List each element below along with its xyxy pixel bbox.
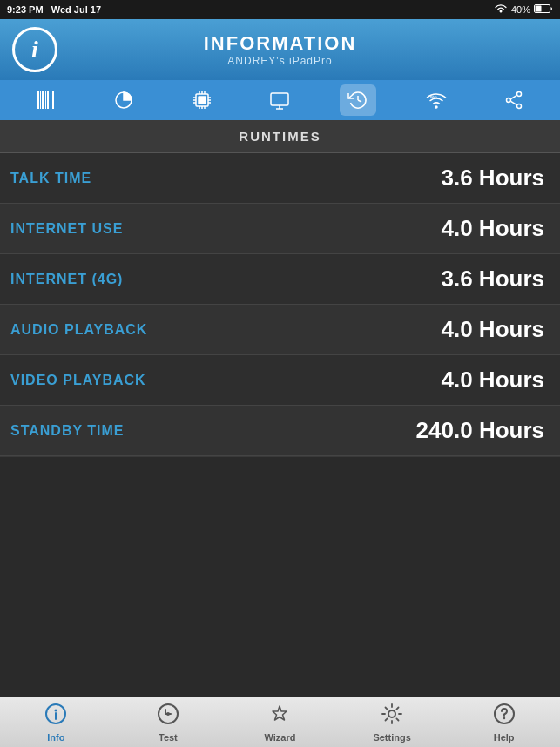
svg-rect-5	[45, 91, 46, 109]
runtime-value-5: 240.0 Hours	[340, 417, 560, 444]
svg-rect-7	[51, 91, 51, 109]
nav-test-label: Test	[159, 732, 178, 743]
battery-icon	[534, 3, 553, 16]
status-indicators: 40%	[494, 3, 553, 17]
runtime-value-0: 3.6 Hours	[340, 165, 560, 192]
svg-rect-4	[42, 91, 44, 109]
nav-wizard[interactable]: Wizard	[240, 703, 319, 743]
toolbar-barcode[interactable]	[28, 84, 64, 116]
svg-rect-3	[40, 91, 41, 109]
runtime-row-4: VIDEO PLAYBACK 4.0 Hours	[0, 355, 560, 406]
runtime-label-0: TALK TIME	[0, 171, 340, 186]
empty-content-area	[0, 456, 560, 648]
header-title: INFORMATION	[204, 32, 357, 55]
svg-point-40	[166, 712, 170, 716]
toolbar-cpu[interactable]	[184, 84, 220, 116]
battery-percentage: 40%	[511, 4, 530, 15]
info-nav-icon	[44, 703, 67, 730]
svg-rect-6	[47, 91, 49, 109]
svg-rect-24	[271, 93, 288, 105]
toolbar-share[interactable]	[496, 84, 532, 116]
svg-point-41	[388, 710, 395, 717]
svg-rect-2	[37, 91, 39, 109]
runtime-value-1: 4.0 Hours	[340, 215, 560, 242]
svg-rect-8	[52, 91, 54, 109]
nav-settings-label: Settings	[373, 732, 410, 743]
info-circle-icon: i	[12, 27, 57, 72]
svg-point-31	[517, 92, 522, 97]
test-nav-icon	[157, 703, 179, 730]
toolbar-chart[interactable]	[105, 84, 142, 116]
header-center: INFORMATION ANDREY's iPadPro	[204, 32, 357, 67]
runtime-value-3: 4.0 Hours	[340, 316, 560, 343]
runtime-value-4: 4.0 Hours	[340, 367, 560, 394]
svg-point-33	[517, 104, 522, 109]
nav-info-label: Info	[47, 732, 64, 743]
section-title: RUNTIMES	[239, 129, 320, 144]
nav-help[interactable]: Help	[465, 703, 543, 743]
section-header: RUNTIMES	[0, 120, 560, 153]
nav-test[interactable]: Test	[129, 703, 207, 743]
svg-line-35	[511, 101, 517, 104]
wizard-nav-icon	[268, 703, 291, 730]
bottom-navigation: Info Test Wizard Settings	[0, 697, 560, 747]
svg-point-29	[435, 106, 437, 108]
toolbar-wifi[interactable]: WiFi	[418, 84, 455, 116]
wifi-status-icon	[494, 3, 508, 17]
nav-wizard-label: Wizard	[265, 732, 296, 743]
app-header: i INFORMATION ANDREY's iPadPro	[0, 19, 560, 80]
toolbar-history[interactable]	[340, 84, 376, 116]
header-subtitle: ANDREY's iPadPro	[204, 55, 357, 67]
runtime-row-3: AUDIO PLAYBACK 4.0 Hours	[0, 305, 560, 355]
svg-rect-11	[199, 97, 206, 104]
svg-point-37	[55, 709, 57, 711]
settings-nav-icon	[381, 703, 403, 730]
nav-help-label: Help	[494, 732, 515, 743]
svg-line-28	[358, 100, 361, 102]
runtime-row-0: TALK TIME 3.6 Hours	[0, 153, 560, 204]
svg-point-43	[503, 717, 504, 718]
help-nav-icon	[493, 703, 516, 730]
svg-text:WiFi: WiFi	[430, 95, 437, 99]
runtime-value-2: 3.6 Hours	[340, 266, 560, 293]
runtime-label-2: INTERNET (4G)	[0, 272, 340, 287]
runtime-label-5: STANDBY TIME	[0, 423, 340, 439]
svg-point-32	[507, 98, 511, 103]
runtime-label-1: INTERNET USE	[0, 221, 340, 237]
runtime-label-4: VIDEO PLAYBACK	[0, 373, 340, 388]
runtime-label-3: AUDIO PLAYBACK	[0, 322, 340, 338]
runtime-row-5: STANDBY TIME 240.0 Hours	[0, 406, 560, 456]
status-bar: 9:23 PM Wed Jul 17 40%	[0, 0, 560, 19]
toolbar-display[interactable]	[261, 84, 298, 116]
runtimes-table: TALK TIME 3.6 Hours INTERNET USE 4.0 Hou…	[0, 153, 560, 456]
svg-line-34	[511, 95, 517, 98]
nav-settings[interactable]: Settings	[353, 703, 431, 743]
runtime-row-2: INTERNET (4G) 3.6 Hours	[0, 254, 560, 305]
runtime-row-1: INTERNET USE 4.0 Hours	[0, 204, 560, 254]
toolbar: WiFi	[0, 80, 560, 120]
nav-info[interactable]: Info	[17, 703, 95, 743]
status-time-date: 9:23 PM Wed Jul 17	[7, 4, 101, 15]
svg-rect-1	[536, 6, 542, 12]
